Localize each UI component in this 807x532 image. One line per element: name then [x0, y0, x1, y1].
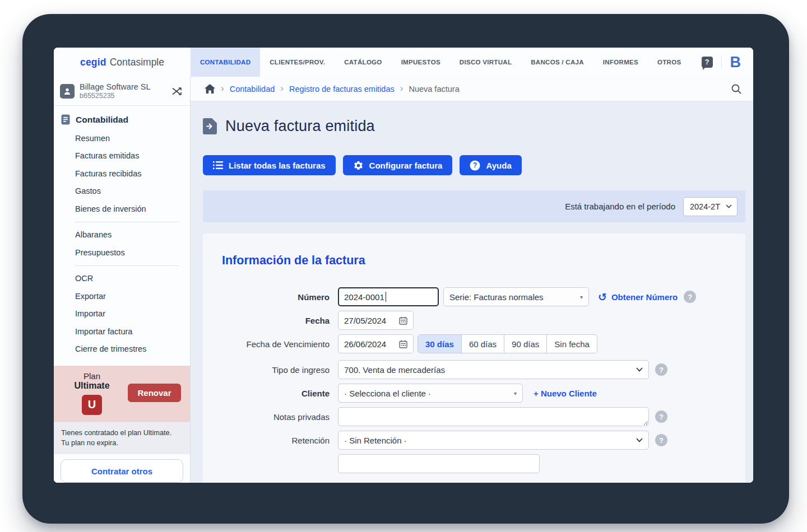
tipo-ingreso-help-icon[interactable]: ?: [655, 363, 667, 376]
client-select[interactable]: · Selecciona el cliente · ▾: [338, 384, 523, 403]
period-bar: Está trabajando en el período 2024-2T: [203, 190, 745, 222]
invoice-date-input[interactable]: 27/05/2024: [338, 311, 414, 330]
due-date-input[interactable]: 26/06/2024: [338, 334, 414, 353]
topbar-right: ? B: [697, 48, 754, 77]
refresh-icon[interactable]: ↺: [598, 292, 607, 302]
plan-ultimate-badge: U: [82, 395, 102, 415]
dropdown-arrow-icon: ▾: [580, 294, 583, 300]
sidebar-section-contabilidad[interactable]: Contabilidad: [54, 114, 190, 125]
retention-value: · Sin Retención ·: [344, 436, 407, 445]
clipped-input[interactable]: [338, 454, 540, 473]
company-meta: Billage Software SL b65525235: [80, 82, 166, 100]
retention-select[interactable]: · Sin Retención ·: [338, 431, 649, 450]
calendar-icon: [399, 340, 407, 348]
sidebar-divider: [75, 265, 179, 266]
income-type-value: 700. Venta de mercaderías: [344, 365, 445, 375]
tab-catalogo[interactable]: CATÁLOGO: [335, 48, 391, 77]
period-select[interactable]: 2024-2T: [683, 197, 738, 216]
preset-60-dias[interactable]: 60 días: [461, 335, 504, 353]
sidebar-item-bienes-inversion[interactable]: Bienes de inversión: [54, 200, 190, 218]
switch-company-icon[interactable]: [171, 86, 183, 96]
sidebar-item-facturas-recibidas[interactable]: Facturas recibidas: [54, 165, 190, 183]
due-presets-group: 30 días 60 días 90 días Sin fecha: [418, 334, 597, 353]
configure-invoice-label: Configurar factura: [369, 161, 443, 170]
device-frame: cegid Contasimple CONTABILIDAD CLIENTES/…: [22, 14, 789, 524]
sidebar-bottom: Plan Ultimate U Renovar Tienes contratad…: [54, 366, 190, 483]
sidebar-item-facturas-emitidas[interactable]: Facturas emitidas: [54, 147, 190, 165]
list-invoices-button[interactable]: Listar todas las facturas: [203, 155, 336, 175]
row-cliente: Cliente · Selecciona el cliente · ▾ + Nu…: [222, 384, 745, 403]
tab-impuestos[interactable]: IMPUESTOS: [392, 48, 450, 77]
breadcrumb-separator: ›: [400, 83, 404, 94]
list-invoices-label: Listar todas las facturas: [229, 161, 326, 170]
row-fecha: Fecha 27/05/2024: [222, 311, 745, 330]
contract-area: Contratar otros: [54, 454, 190, 483]
row-retencion: Retención · Sin Retención · ?: [222, 431, 745, 450]
preset-30-dias[interactable]: 30 días: [418, 335, 461, 353]
tab-bancos-caja[interactable]: BANCOS / CAJA: [521, 48, 593, 77]
sidebar-item-importar-factura[interactable]: Importar factura: [54, 323, 190, 340]
page-title: Nueva factura emitida: [225, 118, 375, 135]
sidebar-item-cierre-trimestres[interactable]: Cierre de trimestres: [54, 340, 190, 358]
card-heading: Información de la factura: [222, 254, 745, 268]
numero-help-icon[interactable]: ?: [684, 291, 696, 303]
tab-informes[interactable]: INFORMES: [593, 48, 648, 77]
retencion-help-icon[interactable]: ?: [655, 434, 667, 446]
sidebar-menu: Contabilidad Resumen Facturas emitidas F…: [54, 106, 190, 358]
page-content: Nueva factura emitida Listar todas las f…: [191, 101, 753, 483]
company-tax-id: b65525235: [80, 92, 166, 100]
serie-value: Serie: Facturas normales: [449, 292, 544, 302]
tab-clientes-prov[interactable]: CLIENTES/PROV.: [260, 48, 335, 77]
page-background: cegid Contasimple CONTABILIDAD CLIENTES/…: [0, 0, 807, 532]
breadcrumb-registro-facturas[interactable]: Registro de facturas emitidas: [289, 85, 395, 94]
row-numero: Número 2024-0001 Serie: Facturas normale…: [222, 287, 745, 306]
search-icon[interactable]: [731, 83, 742, 95]
preset-sin-fecha[interactable]: Sin fecha: [546, 335, 597, 353]
page-title-row: Nueva factura emitida: [203, 118, 745, 135]
contract-others-button[interactable]: Contratar otros: [61, 459, 183, 483]
breadcrumb-contabilidad[interactable]: Contabilidad: [230, 85, 275, 94]
plan-status: Tienes contratado el plan Ultimate. Tu p…: [54, 422, 190, 454]
help-bubble-icon[interactable]: ?: [702, 57, 713, 68]
brand-logo-secondary: Contasimple: [110, 57, 164, 68]
sidebar-item-presupuestos[interactable]: Presupuestos: [54, 244, 190, 262]
toolbar: Listar todas las facturas Configurar fac…: [203, 155, 745, 175]
row-tipo-ingreso: Tipo de ingreso 700. Venta de mercadería…: [222, 360, 745, 379]
sidebar-item-exportar[interactable]: Exportar: [54, 287, 190, 305]
client-value: · Selecciona el cliente ·: [344, 389, 431, 398]
income-type-select[interactable]: 700. Venta de mercaderías: [338, 360, 649, 379]
serie-select[interactable]: Serie: Facturas normales ▾: [443, 287, 589, 306]
top-bar: cegid Contasimple CONTABILIDAD CLIENTES/…: [54, 48, 753, 77]
notas-help-icon[interactable]: ?: [655, 410, 667, 423]
tab-contabilidad[interactable]: CONTABILIDAD: [191, 48, 260, 77]
notas-label: Notas privadas: [222, 412, 330, 422]
brand-logo: cegid Contasimple: [54, 48, 191, 77]
obtain-number-link[interactable]: Obtener Número: [611, 292, 678, 302]
sidebar-item-albaranes[interactable]: Albaranes: [54, 226, 190, 244]
sidebar-item-gastos[interactable]: Gastos: [54, 183, 190, 200]
renew-button[interactable]: Renovar: [128, 384, 181, 402]
due-date-value: 26/06/2024: [344, 339, 386, 349]
help-button-label: Ayuda: [486, 161, 511, 170]
invoice-date-value: 27/05/2024: [344, 316, 386, 325]
sidebar-item-ocr[interactable]: OCR: [54, 270, 190, 288]
private-notes-input[interactable]: [338, 407, 649, 426]
tipo-ingreso-label: Tipo de ingreso: [222, 365, 330, 375]
breadcrumb-separator: ›: [221, 83, 224, 94]
plan-word: Plan: [61, 371, 123, 381]
sidebar-item-resumen[interactable]: Resumen: [54, 129, 190, 147]
invoice-number-value: 2024-0001: [344, 292, 384, 302]
preset-90-dias[interactable]: 90 días: [504, 335, 546, 353]
period-value: 2024-2T: [690, 202, 720, 211]
help-button[interactable]: ? Ayuda: [460, 155, 521, 175]
home-icon[interactable]: [205, 84, 215, 94]
billage-logo[interactable]: B: [730, 55, 741, 70]
tab-otros[interactable]: OTROS: [648, 48, 690, 77]
invoice-doc-icon: [203, 118, 217, 134]
invoice-number-input[interactable]: 2024-0001: [338, 287, 439, 306]
plan-box: Plan Ultimate U Renovar: [54, 366, 190, 422]
sidebar-item-importar[interactable]: Importar: [54, 305, 190, 323]
tab-disco-virtual[interactable]: DISCO VIRTUAL: [450, 48, 521, 77]
new-client-link[interactable]: + Nuevo Cliente: [534, 389, 597, 398]
configure-invoice-button[interactable]: Configurar factura: [343, 155, 453, 175]
